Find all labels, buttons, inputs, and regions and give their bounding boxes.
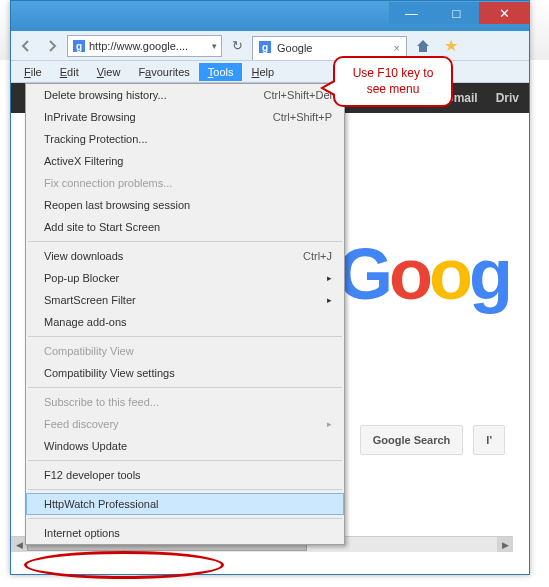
nav-drive[interactable]: Driv	[496, 91, 519, 105]
menu-feed-discovery: Feed discovery▸	[26, 413, 344, 435]
google-favicon-icon: g	[72, 39, 86, 53]
menu-separator	[28, 518, 342, 519]
menu-favourites[interactable]: Favourites	[129, 63, 198, 81]
address-input[interactable]: g http://www.google.... ▾	[67, 35, 222, 57]
menu-inprivate[interactable]: InPrivate BrowsingCtrl+Shift+P	[26, 106, 344, 128]
favorites-button[interactable]: ★	[439, 34, 463, 58]
svg-text:g: g	[262, 42, 268, 53]
chevron-right-icon: ▸	[327, 273, 332, 283]
highlight-ring-annotation	[24, 551, 224, 579]
menu-subscribe-feed: Subscribe to this feed...	[26, 391, 344, 413]
url-text: http://www.google....	[89, 40, 188, 52]
forward-button[interactable]	[41, 35, 63, 57]
titlebar[interactable]: — □ ✕	[11, 1, 529, 31]
menu-add-start-screen[interactable]: Add site to Start Screen	[26, 216, 344, 238]
callout-annotation: Use F10 key to see menu	[333, 56, 453, 107]
tab-favicon-icon: g	[259, 41, 273, 55]
minimize-button[interactable]: —	[389, 2, 434, 24]
menu-tools[interactable]: Tools	[199, 63, 243, 81]
menu-help[interactable]: Help	[242, 63, 283, 81]
callout-pointer-inner	[324, 82, 335, 94]
menu-separator	[28, 387, 342, 388]
scroll-right-icon[interactable]: ▶	[497, 537, 513, 552]
refresh-button[interactable]: ↻	[226, 35, 248, 57]
menu-separator	[28, 460, 342, 461]
menu-edit[interactable]: Edit	[51, 63, 88, 81]
tab-title: Google	[277, 42, 312, 54]
maximize-button[interactable]: □	[434, 2, 479, 24]
menu-smartscreen[interactable]: SmartScreen Filter▸	[26, 289, 344, 311]
menu-compat-settings[interactable]: Compatibility View settings	[26, 362, 344, 384]
menu-separator	[28, 489, 342, 490]
home-button[interactable]	[411, 34, 435, 58]
menu-separator	[28, 336, 342, 337]
menu-activex-filtering[interactable]: ActiveX Filtering	[26, 150, 344, 172]
menu-tracking-protection[interactable]: Tracking Protection...	[26, 128, 344, 150]
menu-separator	[28, 241, 342, 242]
menu-manage-addons[interactable]: Manage add-ons	[26, 311, 344, 333]
menu-f12-tools[interactable]: F12 developer tools	[26, 464, 344, 486]
menu-popup-blocker[interactable]: Pop-up Blocker▸	[26, 267, 344, 289]
menu-reopen-session[interactable]: Reopen last browsing session	[26, 194, 344, 216]
menu-windows-update[interactable]: Windows Update	[26, 435, 344, 457]
menu-view-downloads[interactable]: View downloadsCtrl+J	[26, 245, 344, 267]
menu-file[interactable]: File	[15, 63, 51, 81]
chevron-right-icon: ▸	[327, 419, 332, 429]
menu-view[interactable]: View	[88, 63, 130, 81]
back-button[interactable]	[15, 35, 37, 57]
menu-httpwatch[interactable]: HttpWatch Professional	[26, 493, 344, 515]
menu-delete-history[interactable]: Delete browsing history...Ctrl+Shift+Del	[26, 84, 344, 106]
menu-internet-options[interactable]: Internet options	[26, 522, 344, 544]
svg-text:g: g	[76, 41, 82, 52]
feeling-lucky-button[interactable]: I'	[473, 425, 505, 455]
menu-fix-connection: Fix connection problems...	[26, 172, 344, 194]
address-bar: g http://www.google.... ▾ ↻ g Google × ★	[11, 31, 529, 61]
google-search-button[interactable]: Google Search	[360, 425, 464, 455]
url-dropdown-icon[interactable]: ▾	[212, 41, 217, 51]
tools-dropdown-menu: Delete browsing history...Ctrl+Shift+Del…	[25, 83, 345, 545]
chevron-right-icon: ▸	[327, 295, 332, 305]
tab-close-icon[interactable]: ×	[394, 42, 400, 54]
menu-compat-view: Compatibility View	[26, 340, 344, 362]
close-button[interactable]: ✕	[479, 2, 529, 24]
